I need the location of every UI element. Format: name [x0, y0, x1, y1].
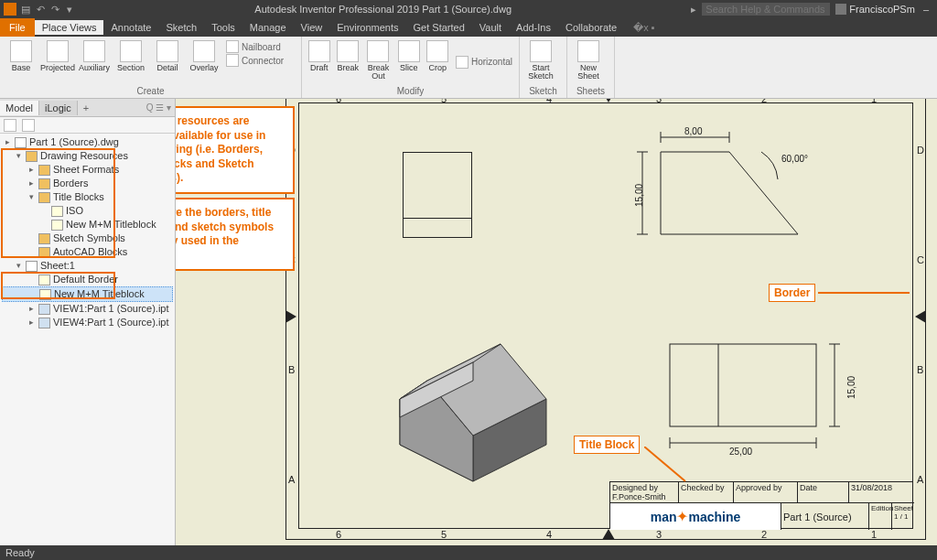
ruler-top-5: 5 [441, 99, 447, 104]
ruler-right-b: B [917, 364, 923, 375]
model-browser: Model iLogic + Q ☰ ▾ ▸Part 1 (Source).dw… [0, 99, 176, 545]
ruler-bot-4: 4 [546, 529, 552, 540]
drawing-canvas[interactable]: 6 5 4 3 2 1 6 5 4 3 2 1 D C B A D C B A [176, 99, 937, 545]
tab-vault[interactable]: Vault [472, 20, 509, 35]
qat-redo-icon[interactable]: ↷ [49, 4, 60, 15]
browser-tool-2[interactable] [22, 119, 35, 132]
tree-view4[interactable]: VIEW4:Part 1 (Source).ipt [53, 316, 169, 329]
cmd-connector[interactable]: Connector [226, 54, 284, 67]
tree-borders[interactable]: Borders [53, 177, 89, 190]
title-bar: ▤ ↶ ↷ ▾ Autodesk Inventor Professional 2… [0, 0, 937, 18]
qat-more-icon[interactable]: ▾ [64, 4, 75, 15]
tab-view[interactable]: View [294, 20, 330, 35]
tree-newtb2[interactable]: New M+M Titleblock [54, 287, 145, 301]
tb-logo: man✦machine [610, 502, 781, 530]
tree-drawres[interactable]: Drawing Resources [40, 149, 128, 163]
qat-undo-icon[interactable]: ↶ [35, 4, 46, 15]
tree-newtb[interactable]: New M+M Titleblock [66, 218, 156, 232]
tab-sketch[interactable]: Sketch [159, 20, 205, 35]
tb-designed-label: Designed by [612, 483, 658, 492]
cmd-projected[interactable]: Projected [40, 38, 75, 85]
cmd-nailboard[interactable]: Nailboard [226, 40, 284, 53]
workspace: Model iLogic + Q ☰ ▾ ▸Part 1 (Source).dw… [0, 99, 937, 545]
ribbon-group-sheets: Sheets [567, 85, 614, 98]
ruler-right-a: A [917, 474, 923, 485]
tree-titleblocks[interactable]: Title Blocks [53, 190, 104, 204]
browser-search[interactable]: Q ☰ ▾ [143, 102, 175, 113]
cmd-base[interactable]: Base [4, 38, 38, 85]
tab-collaborate[interactable]: Collaborate [558, 20, 624, 35]
callout-titleblock: Title Block [574, 436, 640, 454]
qat-open-icon[interactable]: ▤ [20, 4, 31, 15]
tree-sheetfmt[interactable]: Sheet Formats [53, 163, 119, 177]
tab-get-started[interactable]: Get Started [406, 20, 472, 35]
cmd-crop[interactable]: Crop [424, 38, 451, 85]
ruler-right-d: D [917, 145, 924, 156]
cmd-horizontal[interactable]: Horizontal [456, 56, 512, 69]
cmd-draft[interactable]: Draft [306, 38, 333, 85]
tab-annotate[interactable]: Annotate [103, 20, 158, 35]
title-block[interactable]: Designed byF.Ponce-Smith Checked by Appr… [609, 481, 913, 529]
browser-add-tab[interactable]: + [78, 101, 94, 115]
tab-place-views[interactable]: Place Views [35, 20, 104, 35]
help-search-input[interactable] [702, 3, 830, 16]
tree-iso[interactable]: ISO [66, 204, 83, 218]
browser-tab-model[interactable]: Model [0, 101, 39, 115]
tree-root[interactable]: Part 1 (Source).dwg [29, 135, 119, 149]
tree-defborder[interactable]: Default Border [53, 273, 118, 286]
ruler-top-4: 4 [546, 99, 552, 104]
minimize-icon[interactable]: – [921, 4, 932, 15]
file-tab[interactable]: File [0, 18, 35, 37]
ribbon-group-create: Create [0, 85, 301, 98]
user-name: FranciscoPSm [849, 4, 915, 15]
tab-extra[interactable]: �х ▪ [626, 20, 662, 36]
dim-top-width: 8,00 [684, 126, 702, 136]
svg-rect-6 [670, 344, 816, 426]
view-side[interactable] [661, 335, 871, 463]
callout-border-line [818, 292, 910, 294]
view-isometric[interactable] [345, 335, 565, 518]
tab-addins[interactable]: Add-Ins [509, 20, 558, 35]
cmd-breakout[interactable]: Break Out [363, 38, 393, 85]
cmd-auxiliary[interactable]: Auxiliary [77, 38, 112, 85]
ruler-right-c: C [917, 254, 924, 265]
browser-tab-ilogic[interactable]: iLogic [39, 101, 78, 115]
view-front-line [403, 218, 472, 219]
browser-tool-1[interactable] [4, 119, 16, 132]
tab-tools[interactable]: Tools [204, 20, 242, 35]
dim-side-height: 15,00 [846, 376, 856, 399]
tb-designed-val: F.Ponce-Smith [612, 492, 666, 501]
tree-view1[interactable]: VIEW1:Part 1 (Source).ipt [53, 302, 169, 316]
tree-acad[interactable]: AutoCAD Blocks [53, 245, 127, 259]
svg-line-20 [644, 447, 685, 481]
cmd-start-sketch[interactable]: Start Sketch [523, 38, 558, 85]
tab-manage[interactable]: Manage [242, 20, 294, 35]
tree-sheet1[interactable]: Sheet:1 [40, 259, 75, 273]
center-mark-top-icon [602, 99, 615, 102]
cmd-detail[interactable]: Detail [150, 38, 185, 85]
view-top-right[interactable] [624, 124, 835, 262]
ruler-bot-1: 1 [871, 529, 877, 540]
ruler-top-1: 1 [871, 99, 877, 104]
cmd-new-sheet[interactable]: New Sheet [571, 38, 606, 85]
callout-border: Border [769, 284, 815, 302]
user-menu[interactable]: FranciscoPSm [835, 4, 915, 15]
ribbon: Base Projected Auxiliary Section Detail … [0, 37, 937, 99]
cmd-slice[interactable]: Slice [395, 38, 423, 85]
cmd-break[interactable]: Break [335, 38, 362, 85]
cmd-overlay[interactable]: Overlay [187, 38, 221, 85]
tab-environments[interactable]: Environments [329, 20, 405, 35]
callout-sheet: These are the borders, title blocks and … [176, 198, 295, 271]
tb-approved-label: Approved by [733, 482, 797, 502]
status-bar: Ready [0, 545, 937, 560]
status-text: Ready [5, 547, 35, 558]
tb-date-label: Date [797, 482, 848, 502]
cmd-section[interactable]: Section [113, 38, 148, 85]
browser-tree[interactable]: ▸Part 1 (Source).dwg ▾Drawing Resources … [0, 134, 175, 545]
window-title: Autodesk Inventor Professional 2019 Part… [75, 4, 691, 15]
view-front[interactable] [403, 152, 472, 238]
tb-date-val: 31/08/2018 [848, 482, 914, 502]
tree-sksym[interactable]: Sketch Symbols [53, 232, 125, 245]
app-icon [4, 3, 16, 16]
center-mark-bot-icon [602, 529, 615, 540]
